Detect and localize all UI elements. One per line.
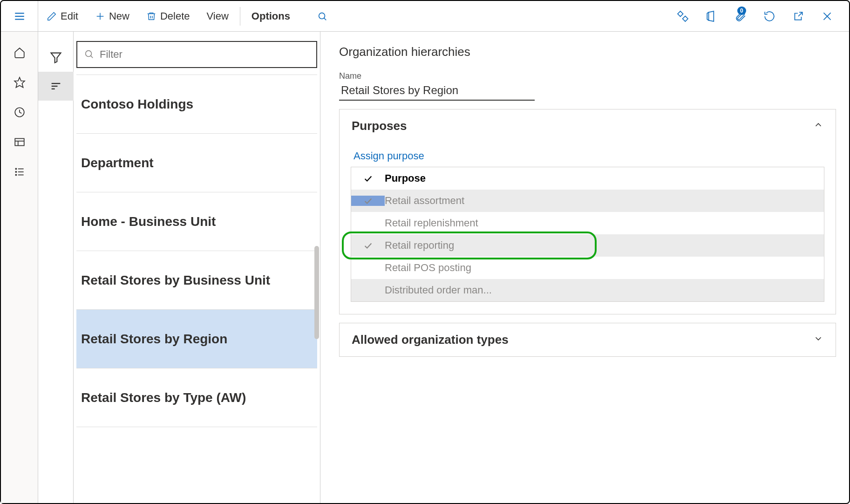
star-icon[interactable] bbox=[13, 75, 27, 89]
edit-button[interactable]: Edit bbox=[38, 1, 87, 31]
detail-pane: Organization hierarchies Name Retail Sto… bbox=[320, 32, 849, 503]
search-icon bbox=[317, 11, 327, 21]
sort-button[interactable] bbox=[38, 72, 74, 101]
filter-rail bbox=[38, 32, 74, 503]
filter-box[interactable] bbox=[76, 41, 317, 68]
page-title: Organization hierarchies bbox=[339, 45, 836, 59]
svg-point-17 bbox=[15, 168, 16, 169]
purposes-card: Purposes Assign purpose Purpose Retail a… bbox=[339, 109, 836, 314]
svg-marker-12 bbox=[14, 77, 25, 88]
attach-icon[interactable]: 0 bbox=[733, 8, 748, 24]
refresh-icon[interactable] bbox=[762, 8, 777, 24]
allowed-types-header[interactable]: Allowed organization types bbox=[340, 323, 836, 356]
purpose-label: Retail POS posting bbox=[385, 262, 824, 274]
purpose-row[interactable]: Distributed order man... bbox=[351, 279, 824, 301]
close-icon[interactable] bbox=[819, 8, 835, 24]
delete-label: Delete bbox=[160, 10, 190, 22]
list-item[interactable]: Home - Business Unit bbox=[76, 192, 317, 251]
home-icon[interactable] bbox=[13, 46, 27, 60]
left-nav-rail bbox=[1, 32, 38, 503]
trash-icon bbox=[146, 11, 156, 21]
hamburger-icon[interactable] bbox=[12, 8, 27, 24]
row-check[interactable] bbox=[351, 196, 385, 206]
purpose-row[interactable]: Retail assortment bbox=[351, 190, 824, 212]
allowed-types-card: Allowed organization types bbox=[339, 323, 836, 357]
plus-icon bbox=[95, 11, 105, 21]
modules-icon[interactable] bbox=[13, 165, 27, 179]
list-pane: Contoso HoldingsDepartmentHome - Busines… bbox=[74, 32, 320, 503]
filter-search-icon bbox=[84, 49, 94, 61]
purpose-row[interactable]: Retail POS posting bbox=[351, 257, 824, 279]
delete-button[interactable]: Delete bbox=[138, 1, 198, 31]
purpose-row[interactable]: Retail reporting bbox=[351, 234, 824, 257]
workspace-icon[interactable] bbox=[13, 135, 27, 149]
grid-header-row: Purpose bbox=[351, 167, 824, 190]
view-label: View bbox=[207, 10, 229, 22]
svg-point-18 bbox=[15, 171, 16, 172]
new-label: New bbox=[109, 10, 129, 22]
new-button[interactable]: New bbox=[87, 1, 138, 31]
row-check[interactable] bbox=[351, 240, 385, 251]
svg-marker-23 bbox=[51, 53, 61, 63]
svg-point-5 bbox=[319, 13, 325, 19]
options-label: Options bbox=[252, 10, 290, 22]
list-item[interactable]: Contoso Holdings bbox=[76, 75, 317, 134]
svg-line-6 bbox=[324, 18, 326, 20]
edit-label: Edit bbox=[61, 10, 78, 22]
hierarchy-list: Contoso HoldingsDepartmentHome - Busines… bbox=[76, 75, 317, 427]
purpose-row[interactable]: Retail replenishment bbox=[351, 212, 824, 234]
name-field[interactable]: Retail Stores by Region bbox=[339, 81, 535, 101]
list-item[interactable]: Department bbox=[76, 134, 317, 192]
svg-line-28 bbox=[91, 55, 93, 58]
list-item[interactable]: Retail Stores by Region bbox=[76, 310, 317, 368]
select-all-check[interactable] bbox=[351, 173, 385, 184]
filter-funnel-button[interactable] bbox=[38, 43, 74, 72]
list-item[interactable]: Retail Stores by Business Unit bbox=[76, 251, 317, 310]
svg-rect-14 bbox=[15, 138, 24, 145]
chevron-up-icon bbox=[813, 119, 823, 133]
purpose-label: Retail reporting bbox=[385, 239, 824, 252]
assign-purpose-link[interactable]: Assign purpose bbox=[351, 145, 427, 167]
search-button[interactable] bbox=[299, 1, 336, 31]
personalize-icon[interactable] bbox=[675, 8, 691, 24]
chevron-down-icon bbox=[813, 333, 823, 347]
name-label: Name bbox=[339, 71, 836, 81]
toolbar-divider bbox=[240, 7, 240, 26]
purpose-label: Distributed order man... bbox=[385, 284, 824, 296]
allowed-types-title: Allowed organization types bbox=[352, 333, 509, 347]
svg-rect-7 bbox=[678, 11, 683, 16]
office-icon[interactable] bbox=[704, 8, 720, 24]
svg-rect-8 bbox=[682, 16, 688, 21]
edit-icon bbox=[47, 11, 57, 21]
clock-icon[interactable] bbox=[13, 105, 27, 119]
options-button[interactable]: Options bbox=[243, 1, 299, 31]
list-item[interactable]: Retail Stores by Type (AW) bbox=[76, 368, 317, 427]
list-scrollbar[interactable] bbox=[314, 88, 320, 339]
svg-point-19 bbox=[15, 174, 16, 175]
svg-line-9 bbox=[798, 12, 802, 16]
popout-icon[interactable] bbox=[790, 8, 806, 24]
purposes-title: Purposes bbox=[352, 119, 407, 133]
purpose-label: Retail replenishment bbox=[385, 217, 824, 229]
svg-point-27 bbox=[86, 50, 92, 56]
toolbar: Edit New Delete View Options bbox=[1, 1, 849, 32]
filter-input[interactable] bbox=[100, 48, 310, 61]
attach-badge: 0 bbox=[737, 7, 746, 15]
purpose-label: Retail assortment bbox=[385, 195, 824, 207]
view-button[interactable]: View bbox=[198, 1, 237, 31]
purposes-header[interactable]: Purposes bbox=[340, 109, 836, 143]
purposes-grid: Purpose Retail assortmentRetail replenis… bbox=[351, 167, 824, 302]
purpose-col-header[interactable]: Purpose bbox=[385, 172, 824, 184]
